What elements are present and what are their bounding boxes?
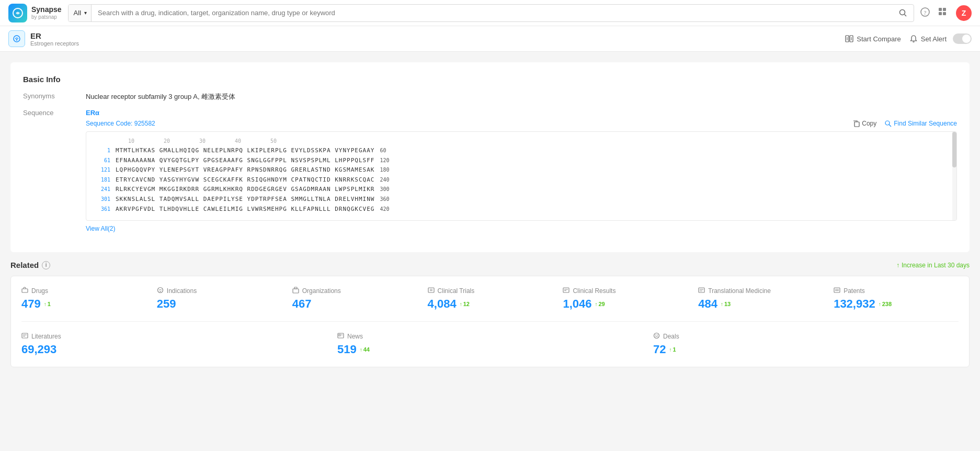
svg-rect-15: [854, 122, 859, 127]
set-alert-label: Set Alert: [921, 35, 947, 43]
clinical-trials-count-area: 4,084 ↑ 12: [428, 297, 553, 311]
organizations-header: Organizations: [292, 287, 417, 295]
find-similar-button[interactable]: Find Similar Sequence: [885, 120, 957, 127]
related-item-indications[interactable]: Indications 259: [157, 287, 282, 311]
search-input[interactable]: [92, 5, 893, 21]
seq-row-2: 61 EFNAAAAANA QVYGQTGLPY GPGSEAAAFG SNGL…: [93, 156, 946, 165]
literatures-count-area: 69,293: [21, 343, 327, 356]
arrow-up-icon: ↑: [896, 262, 899, 269]
copy-button[interactable]: Copy: [853, 120, 876, 127]
basic-info-title: Basic Info: [23, 75, 957, 84]
patents-count-area: 132,932 ↑ 238: [834, 297, 959, 311]
sequence-scrollbar-thumb[interactable]: [952, 132, 956, 167]
organizations-label: Organizations: [302, 287, 341, 295]
translational-medicine-count: 484: [698, 297, 717, 311]
copy-icon: [853, 120, 860, 127]
translational-medicine-label: Translational Medicine: [708, 287, 771, 295]
seq-row-5: 241 RLRKCYEVGM MKGGIRKDRR GGRMLKHKRQ RDD…: [93, 185, 946, 194]
translational-medicine-count-area: 484 ↑ 13: [698, 297, 823, 311]
indications-icon: [157, 287, 164, 295]
increase-label-text: Increase in Last 30 days: [902, 262, 970, 269]
news-arrow-icon: ↑: [360, 347, 362, 353]
related-header: Related i ↑ Increase in Last 30 days: [10, 261, 970, 269]
clinical-results-increase: ↑ 29: [595, 301, 605, 307]
clinical-results-count-area: 1,046 ↑ 29: [563, 297, 688, 311]
literatures-count: 69,293: [21, 343, 56, 356]
set-alert-toggle[interactable]: [953, 33, 972, 44]
grid-icon[interactable]: [938, 7, 948, 19]
svg-rect-32: [834, 288, 840, 292]
related-item-news[interactable]: News 519 ↑ 44: [337, 332, 643, 356]
deals-increase: ↑ 1: [669, 346, 676, 353]
clinical-results-icon: [563, 287, 569, 295]
patents-label: Patents: [844, 287, 865, 295]
related-info-icon[interactable]: i: [42, 261, 50, 269]
synonyms-row: Synonyms Nuclear receptor subfamily 3 gr…: [23, 92, 957, 102]
related-section: Related i ↑ Increase in Last 30 days Dru…: [10, 261, 970, 367]
drugs-header: Drugs: [21, 287, 146, 295]
drugs-increase: ↑ 1: [44, 301, 51, 307]
svg-line-17: [889, 125, 891, 127]
clinical-trials-arrow-icon: ↑: [460, 301, 462, 307]
translational-medicine-icon: [698, 287, 705, 295]
er-title-area: ER Estrogen receptors: [8, 30, 79, 47]
alert-icon: [909, 35, 918, 43]
patents-icon: [834, 287, 840, 295]
literatures-icon: [21, 332, 28, 341]
search-icon: [899, 9, 907, 17]
news-count-area: 519 ↑ 44: [337, 343, 643, 356]
header: Synapse by patsnap All ▾ ?: [0, 0, 980, 26]
svg-rect-8: [943, 12, 946, 15]
er-icon: [8, 30, 25, 47]
patents-header: Patents: [834, 287, 959, 295]
patents-increase: ↑ 238: [879, 301, 892, 307]
related-item-deals[interactable]: Deals 72 ↑ 1: [653, 332, 959, 356]
related-grid-1: Drugs 479 ↑ 1: [21, 287, 959, 322]
related-item-literatures[interactable]: Literatures 69,293: [21, 332, 327, 356]
sequence-box: 10 20 30 40 50 1 MTMTLHTKAS GMALLHQIQG N…: [86, 131, 957, 221]
svg-rect-6: [943, 8, 946, 11]
related-item-patents[interactable]: Patents 132,932 ↑ 238: [834, 287, 959, 311]
er-title: ER: [30, 31, 79, 40]
view-all-link[interactable]: View All(2): [86, 225, 115, 232]
seq-row-4: 181 ETRYCAVCND YASGYHYGVW SCEGCKAFFK RSI…: [93, 175, 946, 185]
svg-text:?: ?: [924, 9, 927, 15]
related-item-organizations[interactable]: Organizations 467: [292, 287, 417, 311]
search-button[interactable]: [893, 5, 914, 21]
clinical-results-increase-value: 29: [598, 301, 605, 307]
logo-icon: [8, 4, 27, 22]
deals-arrow-icon: ↑: [669, 347, 671, 353]
svg-point-9: [14, 36, 20, 42]
related-item-clinical-trials[interactable]: Clinical Trials 4,084 ↑ 12: [428, 287, 553, 311]
user-avatar[interactable]: Z: [956, 5, 972, 21]
translational-medicine-header: Translational Medicine: [698, 287, 823, 295]
clinical-trials-count: 4,084: [428, 297, 457, 311]
related-card: Drugs 479 ↑ 1: [10, 276, 970, 367]
svg-point-20: [159, 291, 161, 292]
start-compare-button[interactable]: Start Compare: [845, 35, 901, 43]
svg-rect-5: [939, 8, 942, 11]
drugs-label: Drugs: [31, 287, 48, 295]
svg-point-1: [900, 9, 905, 15]
sub-header: ER Estrogen receptors Start Compare Set …: [0, 26, 980, 52]
basic-info-card: Basic Info Synonyms Nuclear receptor sub…: [10, 62, 970, 252]
svg-rect-7: [939, 12, 942, 15]
sequence-scrollbar[interactable]: [952, 132, 956, 220]
seq-row-3: 121 LQPHGQQVPY YLENEPSGYT VREAGPPAFY RPN…: [93, 165, 946, 175]
svg-rect-21: [293, 289, 299, 293]
svg-point-41: [654, 333, 659, 339]
related-item-translational-medicine[interactable]: Translational Medicine 484 ↑ 13: [698, 287, 823, 311]
related-item-drugs[interactable]: Drugs 479 ↑ 1: [21, 287, 146, 311]
deals-increase-value: 1: [673, 346, 676, 353]
sequence-code-link[interactable]: Sequence Code: 925582: [86, 120, 155, 127]
related-item-clinical-results[interactable]: Clinical Results 1,046 ↑ 29: [563, 287, 688, 311]
chevron-down-icon: ▾: [84, 10, 87, 16]
news-increase-value: 44: [363, 346, 370, 353]
news-count: 519: [337, 343, 357, 356]
clinical-results-label: Clinical Results: [573, 287, 616, 295]
sub-header-actions: Start Compare Set Alert: [845, 33, 972, 44]
help-icon[interactable]: ?: [920, 7, 930, 19]
search-type-dropdown[interactable]: All ▾: [69, 5, 92, 21]
indications-header: Indications: [157, 287, 282, 295]
er-subtitle: Estrogen receptors: [30, 40, 79, 47]
